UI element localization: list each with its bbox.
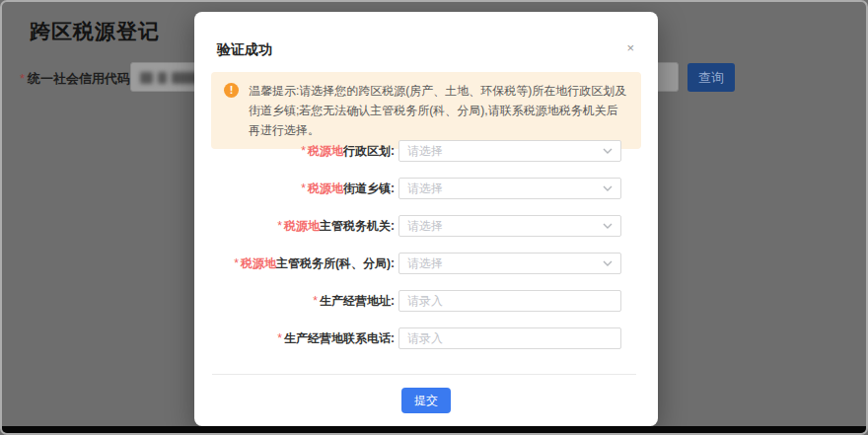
verification-success-dialog: 验证成功 × ! 温馨提示:请选择您的跨区税源(房产、土地、环保税等)所在地行政…	[194, 12, 658, 426]
form-row-business-phone: *生产经营地联系电话:	[194, 327, 658, 349]
query-button[interactable]: 查询	[687, 63, 735, 92]
field-label: *税源地主管税务机关:	[194, 215, 395, 237]
dialog-title: 验证成功	[217, 41, 272, 59]
required-asterisk: *	[20, 71, 25, 86]
field-label: *税源地街道乡镇:	[194, 178, 395, 199]
form-row-taxsource-admin-division: *税源地行政区划: 请选择	[194, 140, 658, 162]
close-icon[interactable]: ×	[626, 41, 634, 55]
warning-icon: !	[224, 83, 239, 98]
required-asterisk: *	[301, 144, 306, 158]
redacted-value-block	[158, 72, 167, 84]
form-row-business-address: *生产经营地址:	[194, 290, 658, 312]
street-town-select[interactable]: 请选择	[398, 178, 621, 199]
submit-button[interactable]: 提交	[401, 388, 451, 413]
form-row-taxsource-tax-authority: *税源地主管税务机关: 请选择	[194, 215, 658, 237]
form-row-taxsource-tax-office: *税源地主管税务所(科、分局): 请选择	[194, 253, 658, 274]
chevron-down-icon	[603, 223, 613, 230]
footer-divider	[212, 374, 636, 375]
required-asterisk: *	[234, 256, 239, 270]
business-phone-input[interactable]	[398, 327, 621, 349]
warning-text: 温馨提示:请选择您的跨区税源(房产、土地、环保税等)所在地行政区划及街道乡镇;若…	[249, 84, 626, 137]
screen-bottom-edge	[2, 426, 866, 433]
tax-office-select[interactable]: 请选择	[398, 253, 621, 274]
field-label: *生产经营地址:	[194, 290, 395, 312]
field-label: *生产经营地联系电话:	[194, 327, 395, 349]
page-title: 跨区税源登记	[30, 18, 160, 45]
chevron-down-icon	[603, 260, 613, 267]
required-asterisk: *	[313, 294, 318, 308]
redacted-value-block	[140, 72, 153, 84]
business-address-input[interactable]	[398, 290, 621, 312]
credit-code-label: *统一社会信用代码:	[20, 70, 134, 88]
warning-banner: ! 温馨提示:请选择您的跨区税源(房产、土地、环保税等)所在地行政区划及街道乡镇…	[211, 72, 641, 149]
admin-division-select[interactable]: 请选择	[398, 140, 621, 162]
chevron-down-icon	[603, 148, 613, 155]
chevron-down-icon	[603, 185, 613, 192]
required-asterisk: *	[277, 219, 282, 233]
form-row-taxsource-street-town: *税源地街道乡镇: 请选择	[194, 178, 658, 199]
tax-authority-select[interactable]: 请选择	[398, 215, 621, 237]
required-asterisk: *	[301, 181, 306, 195]
app-window: 跨区税源登记 *统一社会信用代码: 查询 验证成功 × ! 温馨提示:请选择您的…	[0, 0, 868, 435]
field-label: *税源地主管税务所(科、分局):	[194, 253, 395, 274]
field-label: *税源地行政区划:	[194, 140, 395, 162]
required-asterisk: *	[277, 331, 282, 345]
